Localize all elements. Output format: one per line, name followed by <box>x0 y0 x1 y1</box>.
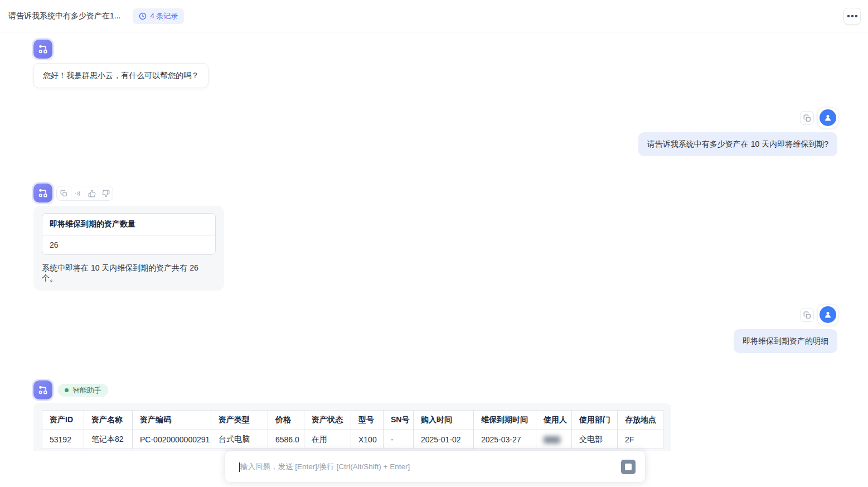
stop-square-icon <box>625 464 632 470</box>
cell-asset-type: 台式电脑 <box>211 430 268 449</box>
metric-table: 即将维保到期的资产数量 26 <box>42 213 216 255</box>
metric-table-header: 即将维保到期的资产数量 <box>42 214 215 235</box>
green-dot-icon <box>65 388 69 392</box>
person-icon <box>823 310 833 320</box>
copy-message-button[interactable] <box>800 111 814 125</box>
bot-avatar <box>33 40 52 59</box>
bot-avatar <box>33 380 52 399</box>
more-options-button[interactable] <box>843 8 861 25</box>
column-header: 维保到期时间 <box>474 411 536 430</box>
answer-summary-text: 系统中即将在 10 天内维保到期的资产共有 26 个。 <box>42 263 216 283</box>
asset-detail-card: 资产ID 资产名称 资产编码 资产类型 价格 资产状态 型号 SN号 购入时间 … <box>33 403 671 451</box>
thumbs-up-button[interactable] <box>85 186 99 201</box>
column-header: 资产编码 <box>133 411 211 430</box>
table-header-row: 资产ID 资产名称 资产编码 资产类型 价格 资产状态 型号 SN号 购入时间 … <box>42 411 663 430</box>
cell-asset-code: PC-0020000000291 <box>133 430 211 449</box>
column-header: 购入时间 <box>414 411 474 430</box>
cell-user-redacted <box>536 430 572 449</box>
conversation-title: 请告诉我系统中有多少资产在1... <box>8 11 120 21</box>
records-count-badge[interactable]: 4 条记录 <box>133 8 184 24</box>
cell-price: 6586.0 <box>268 430 304 449</box>
column-header: 资产名称 <box>84 411 133 430</box>
cell-asset-id: 53192 <box>42 430 84 449</box>
copy-icon <box>803 114 811 122</box>
bot-greeting-bubble: 您好！我是群思小云，有什么可以帮您的吗？ <box>33 63 208 88</box>
thumbs-down-button[interactable] <box>99 186 113 201</box>
column-header: 资产状态 <box>304 411 351 430</box>
ellipsis-icon <box>847 15 850 17</box>
cell-model: X100 <box>351 430 384 449</box>
blurred-name <box>544 436 560 443</box>
top-bar: 请告诉我系统中有多少资产在1... 4 条记录 <box>0 0 868 32</box>
read-aloud-button[interactable] <box>71 186 85 201</box>
copy-icon <box>803 311 811 319</box>
column-header: SN号 <box>384 411 414 430</box>
column-header: 型号 <box>351 411 384 430</box>
metric-table-value: 26 <box>42 235 215 254</box>
bot-greeting-text: 您好！我是群思小云，有什么可以帮您的吗？ <box>43 71 199 80</box>
thumbs-down-icon <box>102 190 110 197</box>
assistant-badge-label: 智能助手 <box>72 385 101 396</box>
column-header: 资产类型 <box>211 411 268 430</box>
column-header: 使用部门 <box>572 411 618 430</box>
assistant-status-badge: 智能助手 <box>58 384 108 397</box>
cell-location: 2F <box>618 430 663 449</box>
cell-sn: - <box>384 430 414 449</box>
thumbs-up-icon <box>88 190 96 197</box>
user-avatar <box>817 304 838 325</box>
column-header: 存放地点 <box>618 411 663 430</box>
cell-warranty-expiry: 2025-03-27 <box>474 430 536 449</box>
chat-input-bar <box>225 451 646 483</box>
chat-area: 您好！我是群思小云，有什么可以帮您的吗？ 请告诉我系统中有多少资产在 10 天内… <box>0 32 868 451</box>
column-header: 使用人 <box>536 411 572 430</box>
cell-asset-name: 笔记本82 <box>84 430 133 449</box>
clock-icon <box>139 12 147 20</box>
person-icon <box>823 113 833 123</box>
cell-status: 在用 <box>304 430 351 449</box>
table-row: 53192 笔记本82 PC-0020000000291 台式电脑 6586.0… <box>42 430 663 449</box>
message-actions-toolbar <box>56 186 113 201</box>
column-header: 资产ID <box>42 411 84 430</box>
cell-purchase-date: 2025-01-02 <box>414 430 474 449</box>
user-question-text: 请告诉我系统中有多少资产在 10 天内即将维保到期? <box>647 139 828 148</box>
copy-message-button[interactable] <box>800 308 814 322</box>
workflow-bot-icon <box>37 44 49 55</box>
column-header: 价格 <box>268 411 304 430</box>
user-question-text: 即将维保到期资产的明细 <box>743 336 828 345</box>
workflow-bot-icon <box>37 384 49 396</box>
bot-answer-card: 即将维保到期的资产数量 26 系统中即将在 10 天内维保到期的资产共有 26 … <box>33 206 224 291</box>
stop-generation-button[interactable] <box>621 460 636 474</box>
user-question-bubble: 即将维保到期资产的明细 <box>734 329 837 353</box>
bot-avatar <box>33 184 52 202</box>
text-caret <box>239 462 240 472</box>
user-avatar <box>817 107 838 128</box>
chat-input[interactable] <box>240 462 586 471</box>
workflow-bot-icon <box>37 187 49 199</box>
asset-detail-table: 资产ID 资产名称 资产编码 资产类型 价格 资产状态 型号 SN号 购入时间 … <box>42 410 663 449</box>
copy-icon <box>60 190 67 197</box>
user-question-bubble: 请告诉我系统中有多少资产在 10 天内即将维保到期? <box>638 132 837 156</box>
cell-department: 交电部 <box>572 430 618 449</box>
records-count-label: 4 条记录 <box>150 11 178 21</box>
speaker-wave-icon <box>74 190 82 197</box>
copy-response-button[interactable] <box>57 186 71 201</box>
